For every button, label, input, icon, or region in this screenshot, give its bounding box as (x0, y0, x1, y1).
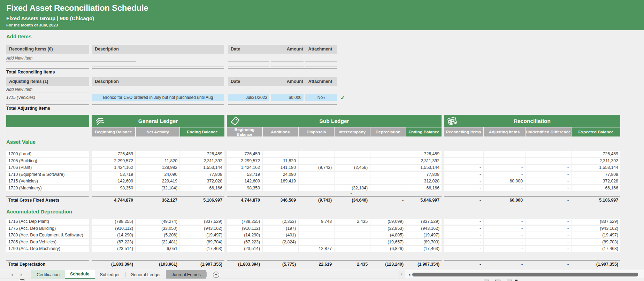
next-sheet-arrow-icon[interactable]: ► (17, 273, 26, 276)
attachment-dropdown[interactable]: No▾ (305, 94, 337, 101)
amount-input[interactable] (271, 57, 304, 62)
amount-input[interactable] (271, 62, 304, 67)
total-adjusting-items-label: Total Adjusting Items (6, 106, 644, 111)
prev-sheet-arrow-icon[interactable]: ◄ (7, 273, 17, 276)
account-column-spacer (6, 127, 89, 136)
asset-value-rows: 1700 (Land)726,459-726,459726,459726,459… (0, 151, 644, 204)
validated-check-icon: ✓ (340, 94, 345, 101)
value-cell: (17,463) (572, 246, 620, 252)
value-cell: - (526, 197, 571, 204)
value-cell: 372,028 (572, 178, 620, 184)
accumulated-depreciation-rows: 1716 (Acc Dep Plant)(788,255)(49,274)(83… (0, 219, 644, 268)
tab-general-ledger[interactable]: General Ledger (125, 270, 166, 279)
date-input[interactable] (228, 57, 269, 62)
tab-schedule[interactable]: Schedule (65, 270, 95, 279)
value-cell: 11,820 (136, 158, 179, 164)
tab-subledger[interactable]: Subledger (95, 270, 125, 279)
value-cell: - (526, 178, 571, 184)
account-cell: 1705 (Building) (6, 158, 89, 164)
col-sl-additions: Additions (263, 127, 298, 136)
asset-value-title: Asset Value (6, 139, 644, 147)
value-cell: (89,703) (406, 239, 442, 245)
account-cell: 1716 (Acc Dep Plant) (6, 219, 89, 225)
adjusting-item-description[interactable]: Bronco for CEO ordered in July but not p… (92, 94, 224, 101)
table-row: 1785 (Acc. Dep Vehicles)(67,223)(22,481)… (6, 239, 644, 245)
sub-ledger-banner: Sub Ledger (227, 115, 442, 127)
tab-journal-entries[interactable]: Journal Entries (166, 270, 206, 279)
value-cell: (837,529) (180, 219, 224, 225)
reconciliation-banner: Reconciliation (444, 115, 620, 127)
adjusting-item-date[interactable]: Jul/31/2023 (228, 94, 269, 101)
normal-view-icon[interactable] (484, 280, 489, 281)
value-cell (370, 165, 406, 171)
value-cell: 53,719 (227, 172, 262, 178)
value-cell: - (526, 158, 571, 164)
page-break-view-icon[interactable] (507, 280, 512, 281)
adjusting-header-row: Adjusting Items (1) Description Date Amo… (6, 77, 644, 86)
value-cell (335, 232, 370, 238)
amount-header: Amount (268, 45, 303, 54)
group-banner-row: General Ledger Sub Ledger Reconciliation (6, 115, 644, 127)
description-input[interactable] (92, 62, 224, 67)
value-cell: 5,046,997 (406, 197, 442, 204)
value-cell: 2,311,392 (406, 158, 442, 164)
value-cell: - (370, 197, 406, 204)
value-cell: - (484, 226, 525, 232)
scrollbar-thumb[interactable] (412, 273, 638, 276)
scroll-left-arrow-icon[interactable]: ◄ (408, 273, 411, 276)
value-cell: - (444, 165, 483, 171)
value-cell: 12,877 (299, 246, 334, 252)
value-cell: 128,982 (136, 165, 179, 171)
page-layout-view-icon[interactable] (495, 280, 500, 281)
value-cell: (32,184) (136, 185, 179, 191)
scrollbar-resize-handle[interactable]: ⋮ (398, 270, 405, 279)
add-new-item-link[interactable]: Add New Item (6, 55, 136, 62)
value-cell: (9,743) (299, 165, 334, 171)
account-cell: 1715 (Vehicles) (6, 178, 89, 184)
value-cell: 77,808 (180, 172, 224, 178)
table-row: 1710 (Equipment & Software)53,71924,0907… (6, 172, 644, 178)
adjusting-add-new-row: Add New Item (6, 87, 644, 93)
value-cell: 22,619 (299, 261, 334, 268)
value-cell: (1,803,394) (227, 261, 262, 268)
attachment-input[interactable] (305, 57, 337, 62)
date-input[interactable] (228, 62, 269, 67)
attachment-header: Attachment (303, 45, 337, 54)
value-cell: (6,826) (370, 246, 406, 252)
account-cell: 1706 (Plant) (6, 165, 89, 171)
value-cell: 1,424,162 (227, 165, 262, 171)
add-new-item-link[interactable]: Add New Item (6, 87, 89, 93)
table-row: 1780 (Acc. Dep Equipment & Software)(14,… (6, 232, 644, 238)
value-cell (227, 192, 262, 195)
value-cell (263, 246, 298, 252)
col-rec-expected-balance: Expected Balance (572, 127, 620, 136)
zoom-slider-handle[interactable] (515, 280, 518, 281)
adjusting-item-amount[interactable]: 60,000 (271, 94, 304, 101)
value-cell: - (136, 151, 179, 157)
tab-navigation: ◄ ► (0, 270, 31, 279)
adjusting-item-account[interactable]: 1715 (Vehicles) (6, 94, 89, 101)
table-row: 1706 (Plant)1,424,162128,9821,553,1441,4… (6, 165, 644, 171)
total-row: Total Gross Fixed Assets4,744,870362,127… (6, 197, 644, 204)
attachment-value: No (317, 95, 323, 100)
value-cell: 60,000 (484, 178, 525, 184)
value-cell: (788,255) (92, 219, 135, 225)
value-cell (335, 151, 370, 157)
value-cell: - (444, 185, 483, 191)
report-period: For the Month of July, 2023 (0, 21, 644, 27)
value-cell: 169,419 (263, 178, 298, 184)
value-cell (335, 246, 370, 252)
total-label: Total Depreciation (6, 261, 89, 268)
value-cell: 9,743 (299, 219, 334, 225)
value-cell: (14,290) (227, 232, 262, 238)
total-row: Total Depreciation(1,803,394)(103,961)(1… (6, 261, 644, 268)
value-cell: - (526, 226, 571, 232)
add-sheet-button[interactable]: + (213, 270, 219, 279)
value-cell: - (444, 232, 483, 238)
value-cell: (19,497) (180, 232, 224, 238)
value-cell: 4,744,870 (92, 197, 135, 204)
table-row: 1720 (Machinery)98,350(32,184)66,16698,3… (6, 185, 644, 191)
attachment-input[interactable] (305, 62, 337, 67)
tab-certification[interactable]: Certification (31, 270, 65, 279)
value-cell: 142,609 (92, 178, 135, 184)
